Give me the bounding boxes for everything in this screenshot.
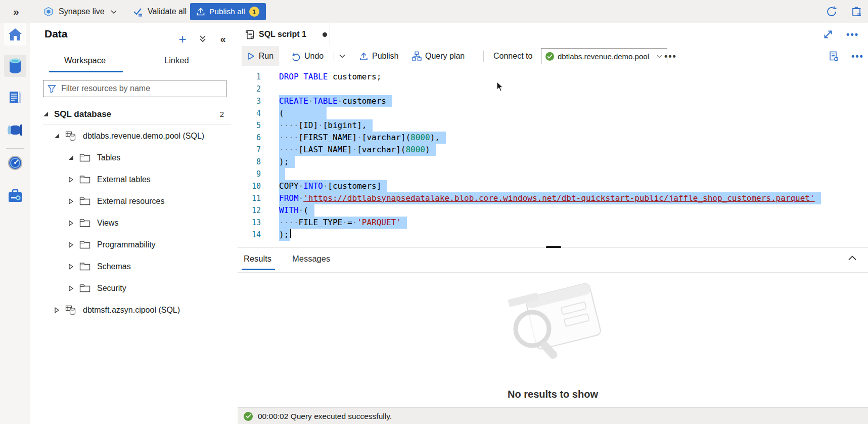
environment-switcher[interactable]: Synapse live xyxy=(43,0,105,23)
tree-label: External tables xyxy=(97,175,151,184)
validate-all-label: Validate all xyxy=(148,7,187,16)
run-label: Run xyxy=(259,52,273,61)
folder-icon xyxy=(79,284,90,292)
rail-item-home[interactable] xyxy=(4,23,26,46)
sql-pool-icon xyxy=(65,131,76,141)
tab-linked[interactable]: Linked xyxy=(164,56,189,65)
tree-label: dbtmsft.azsyn.cipool (SQL) xyxy=(83,306,180,315)
tab-results[interactable]: Results xyxy=(244,254,271,264)
add-resource-button[interactable]: + xyxy=(176,32,189,46)
double-chevron-left-icon: « xyxy=(220,33,225,45)
results-divider xyxy=(238,272,868,273)
toolbar-overflow-ellipsis[interactable]: ••• xyxy=(664,46,677,67)
connect-to-dropdown[interactable]: dbtlabs.revenue.demo.pool xyxy=(541,48,667,64)
toolbar-more-ellipsis[interactable]: ••• xyxy=(851,46,864,67)
active-tab-underline xyxy=(49,71,123,72)
expander-expanded-icon[interactable] xyxy=(68,155,74,161)
code-line: 5····[ID]·[bigint], xyxy=(238,119,868,132)
undo-button[interactable]: Undo xyxy=(291,46,324,67)
collapse-all-button[interactable] xyxy=(196,32,209,46)
publish-count-badge: 1 xyxy=(249,7,259,17)
rail-item-data[interactable] xyxy=(4,55,26,77)
refresh-button[interactable] xyxy=(825,0,838,23)
folder-icon xyxy=(79,197,90,205)
code-line: 1DROP TABLE customers; xyxy=(238,71,868,83)
home-icon xyxy=(7,26,23,43)
chevron-down-icon xyxy=(339,53,346,60)
expander-expanded-icon[interactable] xyxy=(54,133,60,139)
top-bar: » Synapse live Validate all xyxy=(0,0,868,24)
publish-button[interactable]: Publish xyxy=(359,46,398,67)
tab-overflow-ellipsis[interactable]: ••• xyxy=(846,32,859,37)
data-explorer-panel: Data + « Workspace Linked xyxy=(30,23,238,407)
tree-label: Schemas xyxy=(97,262,131,271)
tree-label: External resources xyxy=(97,197,164,206)
expander-collapsed-icon[interactable] xyxy=(68,177,74,183)
validate-check-icon xyxy=(132,6,144,17)
trash-icon xyxy=(850,5,863,18)
ellipsis-icon: ••• xyxy=(664,54,677,59)
filter-input[interactable] xyxy=(60,83,204,94)
environment-chevron[interactable] xyxy=(110,0,117,23)
undo-label: Undo xyxy=(304,52,324,61)
query-status-message: 00:00:02 Query executed successfully. xyxy=(258,412,392,421)
tree-row-external-tables[interactable]: External tables xyxy=(43,168,231,190)
rail-item-monitor[interactable] xyxy=(4,152,26,174)
tree-row-sql-database[interactable]: SQL database 2 xyxy=(43,103,231,125)
expander-collapsed-icon[interactable] xyxy=(68,285,74,291)
editor-toolbar: Run Undo xyxy=(238,46,868,67)
tree-row-views[interactable]: Views xyxy=(43,212,231,234)
expander-collapsed-icon[interactable] xyxy=(68,242,74,248)
folder-icon xyxy=(79,153,90,162)
folder-icon xyxy=(79,175,90,184)
run-options-chevron[interactable] xyxy=(339,46,346,67)
tree-row-external-resources[interactable]: External resources xyxy=(43,190,231,212)
tree-row-pool-dbtmsft[interactable]: dbtmsft.azsyn.cipool (SQL) xyxy=(43,299,231,321)
expander-expanded-icon[interactable] xyxy=(43,111,49,117)
discard-all-button[interactable] xyxy=(850,0,863,23)
code-line: 14); xyxy=(238,229,868,241)
expand-editor-icon[interactable] xyxy=(823,29,833,39)
tree-row-programmability[interactable]: Programmability xyxy=(43,234,231,256)
tree-label: Security xyxy=(97,284,126,293)
expander-collapsed-icon[interactable] xyxy=(68,220,74,226)
success-check-icon xyxy=(244,412,253,421)
sql-script-icon xyxy=(245,29,255,40)
tab-sql-script-1[interactable]: SQL script 1 xyxy=(238,23,330,46)
collapse-results-button[interactable] xyxy=(848,255,857,261)
expand-menu-button[interactable]: » xyxy=(13,0,18,23)
tab-workspace[interactable]: Workspace xyxy=(64,56,106,65)
code-line: 2 xyxy=(238,83,868,95)
validate-all-button[interactable]: Validate all xyxy=(132,0,187,23)
sql-code-editor[interactable]: 1DROP TABLE customers; 2 3CREATE·TABLE·c… xyxy=(238,66,868,253)
chevron-down-icon xyxy=(656,53,663,60)
expander-collapsed-icon[interactable] xyxy=(68,264,74,270)
publish-all-button[interactable]: Publish all 1 xyxy=(190,3,266,20)
environment-label: Synapse live xyxy=(59,7,105,16)
active-tab-underline xyxy=(242,269,275,270)
tree-row-pool-dbtlabs[interactable]: dbtlabs.revenue.demo.pool (SQL) xyxy=(43,125,231,147)
run-button[interactable]: Run xyxy=(242,46,279,66)
rail-item-develop[interactable] xyxy=(4,87,26,109)
expander-collapsed-icon[interactable] xyxy=(54,307,60,313)
rail-item-manage[interactable] xyxy=(4,185,26,207)
expander-collapsed-icon[interactable] xyxy=(68,198,74,204)
no-results-illustration xyxy=(493,278,614,364)
unsaved-dot-icon xyxy=(323,32,327,37)
collapse-pane-button[interactable]: « xyxy=(216,32,230,46)
integrate-icon xyxy=(7,123,24,137)
tree-row-schemas[interactable]: Schemas xyxy=(43,256,231,277)
tree-row-security[interactable]: Security xyxy=(43,277,231,299)
code-line: 6····[FIRST_NAME]·[varchar](8000), xyxy=(238,132,868,144)
status-bar: 00:00:02 Query executed successfully. xyxy=(238,407,868,424)
editor-tab-bar: SQL script 1 ••• xyxy=(238,23,868,46)
tree-row-tables[interactable]: Tables xyxy=(43,147,231,168)
script-properties-button[interactable] xyxy=(828,46,839,67)
plus-icon: + xyxy=(178,33,186,45)
rail-item-integrate[interactable] xyxy=(4,119,26,141)
chevron-down-icon xyxy=(110,8,117,15)
tab-messages[interactable]: Messages xyxy=(292,254,330,264)
query-plan-button[interactable]: Query plan xyxy=(412,46,465,67)
code-line: 10COPY·INTO·[customers] xyxy=(238,180,868,192)
rail-divider xyxy=(6,148,24,149)
